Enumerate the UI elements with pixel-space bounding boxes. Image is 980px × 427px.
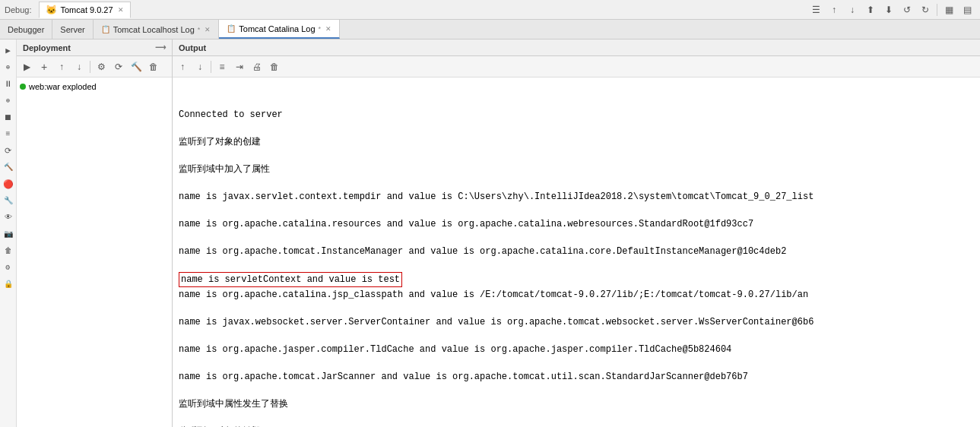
main-tab-close[interactable]: ✕ xyxy=(118,6,124,14)
output-line-5: name is org.apache.catalina.resources an… xyxy=(179,217,974,231)
output-panel: Output ↑ ↓ ≡ ⇥ 🖨 🗑 Connected to server 监… xyxy=(173,40,980,427)
main-tab-label: Tomcat 9.0.27 xyxy=(60,5,113,14)
output-clear[interactable]: 🗑 xyxy=(266,59,283,75)
deploy-settings[interactable]: ⚙ xyxy=(93,59,109,75)
output-line-3: 监听到域中加入了属性 xyxy=(179,163,974,176)
side-icon-add-up[interactable]: ⊕ xyxy=(1,59,16,74)
output-print[interactable]: 🖨 xyxy=(249,59,265,75)
deployment-content: web:war exploded xyxy=(17,77,172,427)
tab-tomcat-localhost[interactable]: 📋 Tomcat Localhost Log * ✕ xyxy=(94,20,220,39)
side-icon-add-down[interactable]: ⊕ xyxy=(1,93,16,108)
side-icon-lock[interactable]: 🔒 xyxy=(1,277,16,292)
output-separator xyxy=(211,61,211,73)
top-toolbar: ☰ ↑ ↓ ⬆ ⬇ ↺ ↻ ▦ ▤ xyxy=(807,2,975,18)
output-line-7: name is servletContext and value is test xyxy=(179,272,402,287)
side-icon-pause[interactable]: ⏸ xyxy=(1,76,16,91)
side-icon-gear[interactable]: ⚙ xyxy=(1,260,16,275)
deployment-arrow: ⟶ xyxy=(155,43,166,52)
tomcat-icon: 🐱 xyxy=(46,5,57,15)
toolbar-btn-rev[interactable]: ↻ xyxy=(917,2,934,18)
deploy-add[interactable]: + xyxy=(36,59,52,75)
output-title: Output xyxy=(179,43,206,52)
tab-tomcat-localhost-icon: 📋 xyxy=(101,25,110,33)
deploy-down[interactable]: ↓ xyxy=(71,59,87,75)
side-icon-align[interactable]: ≡ xyxy=(1,126,16,141)
top-bar: Debug: 🐱 Tomcat 9.0.27 ✕ ☰ ↑ ↓ ⬆ ⬇ ↺ ↻ ▦… xyxy=(0,0,980,20)
output-line-12: 监听到域中属性发生了替换 xyxy=(179,397,974,411)
deploy-up[interactable]: ↑ xyxy=(53,59,70,75)
output-line-9: name is javax.websocket.server.ServerCon… xyxy=(179,315,974,329)
toolbar-btn-down2[interactable]: ⬇ xyxy=(880,2,897,18)
tab-debugger-label: Debugger xyxy=(8,25,44,34)
toolbar-btn-fwd[interactable]: ↺ xyxy=(899,2,915,18)
output-line-4: name is javax.servlet.context.tempdir an… xyxy=(179,190,974,204)
output-line-8: name is org.apache.catalina.jsp_classpat… xyxy=(179,288,974,302)
deployment-title: Deployment xyxy=(23,43,71,52)
output-line-10: name is org.apache.jasper.compiler.TldCa… xyxy=(179,343,974,356)
output-scroll-down[interactable]: ↓ xyxy=(192,59,208,75)
tab-server[interactable]: Server xyxy=(52,20,93,39)
deployment-header: Deployment ⟶ xyxy=(17,40,172,56)
deployment-toolbar: ▶ + ↑ ↓ ⚙ ⟳ 🔨 🗑 xyxy=(17,56,172,77)
deploy-delete[interactable]: 🗑 xyxy=(145,59,162,75)
app-container: Debug: 🐱 Tomcat 9.0.27 ✕ ☰ ↑ ↓ ⬆ ⬇ ↺ ↻ ▦… xyxy=(0,0,980,427)
tab-tomcat-catalina[interactable]: 📋 Tomcat Catalina Log * ✕ xyxy=(219,20,340,39)
tab-tomcat-catalina-icon: 📋 xyxy=(227,24,236,33)
deploy-build[interactable]: 🔨 xyxy=(128,59,144,75)
side-icon-play[interactable]: ▶ xyxy=(1,43,16,58)
toolbar-btn-up[interactable]: ↑ xyxy=(826,2,842,18)
tab-tomcat-localhost-label: Tomcat Localhost Log xyxy=(113,25,195,34)
side-icon-run[interactable]: 🔧 xyxy=(1,193,16,208)
tab-debugger[interactable]: Debugger xyxy=(0,20,52,39)
toolbar-separator xyxy=(937,4,937,16)
deploy-play[interactable]: ▶ xyxy=(18,59,35,75)
output-indent[interactable]: ⇥ xyxy=(231,59,248,75)
side-icon-cam[interactable]: 📷 xyxy=(1,226,16,242)
tab-server-label: Server xyxy=(60,25,84,34)
deployment-panel: Deployment ⟶ ▶ + ↑ ↓ ⚙ ⟳ 🔨 🗑 web:war exp… xyxy=(17,40,173,427)
tab-tomcat-localhost-close[interactable]: ✕ xyxy=(205,26,211,33)
output-scroll-up[interactable]: ↑ xyxy=(174,59,191,75)
toolbar-btn-grid[interactable]: ▦ xyxy=(940,2,957,18)
side-icon-refresh[interactable]: ⟳ xyxy=(1,143,16,158)
output-content[interactable]: Connected to server 监听到了对象的创建 监听到域中加入了属性… xyxy=(173,77,980,427)
main-content: ▶ ⊕ ⏸ ⊕ ⏹ ≡ ⟳ 🔨 🔴 🔧 👁 📷 🗑 ⚙ 🔒 Deployment… xyxy=(0,40,980,427)
side-icon-debug[interactable]: 🔴 xyxy=(1,176,16,191)
debug-label: Debug: xyxy=(5,5,31,14)
main-tab[interactable]: 🐱 Tomcat 9.0.27 ✕ xyxy=(39,2,130,18)
output-line-11: name is org.apache.tomcat.JarScanner and… xyxy=(179,370,974,384)
toolbar-btn-rows[interactable]: ▤ xyxy=(959,2,975,18)
tab-tomcat-localhost-pin: * xyxy=(198,26,201,33)
output-line-1: Connected to server xyxy=(179,108,974,122)
toolbar-btn-down[interactable]: ↓ xyxy=(844,2,861,18)
output-toolbar: ↑ ↓ ≡ ⇥ 🖨 🗑 xyxy=(173,56,980,77)
tab-tomcat-catalina-close[interactable]: ✕ xyxy=(325,25,331,33)
tab-tomcat-catalina-label: Tomcat Catalina Log xyxy=(239,24,315,33)
side-icon-delete[interactable]: 🗑 xyxy=(1,243,16,258)
deploy-refresh[interactable]: ⟳ xyxy=(110,59,127,75)
toolbar-btn-up2[interactable]: ⬆ xyxy=(862,2,879,18)
output-line-6: name is org.apache.tomcat.InstanceManage… xyxy=(179,245,974,258)
side-icon-stop[interactable]: ⏹ xyxy=(1,109,16,125)
output-header: Output xyxy=(173,40,980,56)
output-line-2: 监听到了对象的创建 xyxy=(179,135,974,149)
tabs-row: Debugger Server 📋 Tomcat Localhost Log *… xyxy=(0,20,980,40)
deployment-item-0[interactable]: web:war exploded xyxy=(20,81,169,93)
toolbar-btn-menu[interactable]: ☰ xyxy=(807,2,824,18)
side-icon-watch[interactable]: 👁 xyxy=(1,210,16,225)
side-icons-strip: ▶ ⊕ ⏸ ⊕ ⏹ ≡ ⟳ 🔨 🔴 🔧 👁 📷 🗑 ⚙ 🔒 xyxy=(0,40,17,427)
deployment-item-label: web:war exploded xyxy=(29,82,97,91)
deployment-status-dot xyxy=(20,84,26,90)
deploy-separator xyxy=(90,61,90,73)
output-align[interactable]: ≡ xyxy=(214,59,230,75)
tab-tomcat-catalina-pin: * xyxy=(319,25,322,33)
side-icon-build[interactable]: 🔨 xyxy=(1,160,16,175)
